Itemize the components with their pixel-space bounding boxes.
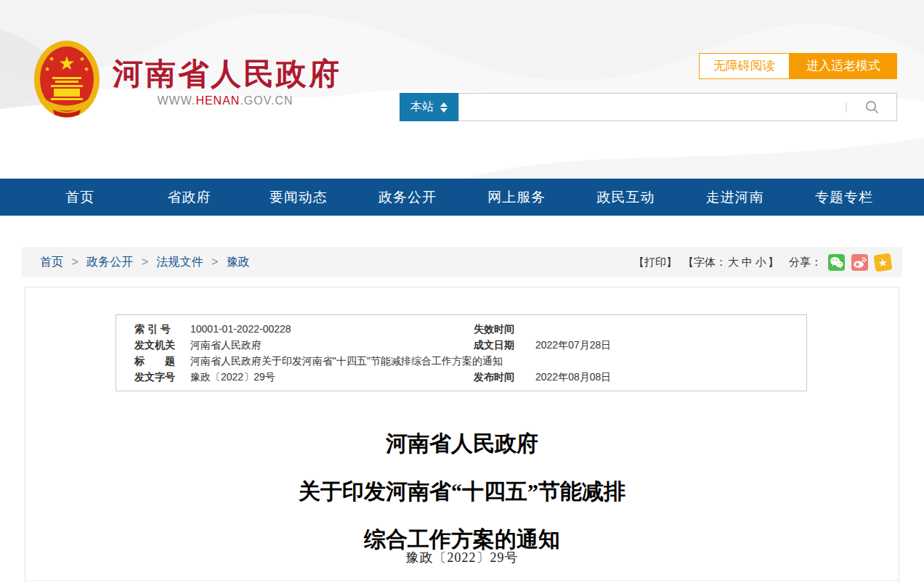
site-url-domain: HENAN <box>195 94 240 107</box>
search-scope-label: 本站 <box>410 99 434 115</box>
breadcrumb-yuzheng[interactable]: 豫政 <box>227 256 250 268</box>
nav-item-provincial-government[interactable]: 省政府 <box>134 179 243 216</box>
search-input[interactable] <box>458 93 897 121</box>
main-navigation: 首页 省政府 要闻动态 政务公开 网上服务 政民互动 走进河南 专题专栏 <box>0 179 924 216</box>
breadcrumb: 首页 > 政务公开 > 法规文件 > 豫政 <box>22 255 250 270</box>
font-size-group: 【字体：大中小】 <box>683 256 779 269</box>
page-tools: 【打印】 【字体：大中小】 分享： ★ <box>633 254 902 271</box>
site-logo[interactable]: ★ ★ ★ ★ ★ 河南省人民政府 WWW.HENAN.GOV.CN <box>33 38 338 125</box>
page-header: ★ ★ ★ ★ ★ 河南省人民政府 WWW.HENAN.GOV.CN 无障碍阅读… <box>0 0 924 179</box>
site-title: 河南省人民政府 <box>113 54 341 94</box>
search-icon[interactable] <box>864 99 880 115</box>
svg-text:★: ★ <box>58 52 75 74</box>
svg-text:★: ★ <box>44 65 50 73</box>
breadcrumb-separator: > <box>142 256 148 268</box>
favorite-star-icon[interactable]: ★ <box>874 253 893 272</box>
svg-text:★: ★ <box>49 55 54 62</box>
meta-value-issuing-agency: 河南省人民政府 <box>190 337 474 353</box>
font-size-prefix: 【字体： <box>683 256 726 268</box>
article-title: 河南省人民政府 关于印发河南省“十四五”节能减排 综合工作方案的通知 <box>25 420 899 563</box>
breadcrumb-separator: > <box>211 256 218 268</box>
nav-item-about-henan[interactable]: 走进河南 <box>681 179 790 216</box>
meta-row: 标 题 河南省人民政府关于印发河南省"十四五"节能减排综合工作方案的通知 <box>116 353 806 369</box>
main-navigation-inner: 首页 省政府 要闻动态 政务公开 网上服务 政民互动 走进河南 专题专栏 <box>25 179 899 216</box>
elder-mode-button[interactable]: 进入适老模式 <box>790 53 897 79</box>
search-divider: | <box>845 100 848 113</box>
meta-row: 发文机关 河南省人民政府 成文日期 2022年07月28日 <box>116 337 806 353</box>
site-url: WWW.HENAN.GOV.CN <box>113 94 338 107</box>
meta-value-document-number: 豫政〔2022〕29号 <box>190 369 474 385</box>
weibo-share-icon[interactable] <box>851 254 868 271</box>
national-emblem-icon: ★ ★ ★ ★ ★ <box>33 39 101 119</box>
meta-row: 索 引 号 10001-01-2022-00228 失效时间 <box>116 321 806 337</box>
nav-item-public-interaction[interactable]: 政民互动 <box>571 179 680 216</box>
print-button[interactable]: 【打印】 <box>633 256 677 269</box>
article-title-line1: 河南省人民政府 <box>25 420 899 468</box>
meta-value-expiry-time <box>535 321 806 337</box>
meta-label-index-number: 索 引 号 <box>134 321 190 337</box>
site-url-www: WWW. <box>158 94 196 107</box>
breadcrumb-home[interactable]: 首页 <box>40 256 63 268</box>
meta-value-publish-time: 2022年08月08日 <box>535 369 806 385</box>
svg-text:★: ★ <box>79 55 85 62</box>
nav-item-special-topics[interactable]: 专题专栏 <box>790 179 899 216</box>
content-divider <box>25 580 899 581</box>
article-title-line2: 关于印发河南省“十四五”节能减排 <box>25 468 899 515</box>
article-container: 索 引 号 10001-01-2022-00228 失效时间 发文机关 河南省人… <box>25 287 899 583</box>
meta-label-publish-time: 发布时间 <box>474 369 535 385</box>
search-box: | <box>458 93 897 121</box>
svg-text:★: ★ <box>84 65 89 73</box>
font-size-suffix: 】 <box>768 256 779 268</box>
article-document-number: 豫政〔2022〕29号 <box>25 549 899 566</box>
weibo-icon <box>853 256 867 269</box>
meta-label-written-date: 成文日期 <box>474 337 535 353</box>
meta-value-written-date: 2022年07月28日 <box>535 337 806 353</box>
wechat-share-icon[interactable] <box>828 254 845 271</box>
breadcrumb-bar: 首页 > 政务公开 > 法规文件 > 豫政 【打印】 【字体：大中小】 分享： <box>22 247 902 277</box>
meta-value-index-number: 10001-01-2022-00228 <box>190 321 474 337</box>
font-size-medium-button[interactable]: 中 <box>742 256 753 268</box>
document-meta-table: 索 引 号 10001-01-2022-00228 失效时间 发文机关 河南省人… <box>115 314 807 391</box>
meta-value-title: 河南省人民政府关于印发河南省"十四五"节能减排综合工作方案的通知 <box>190 353 806 369</box>
wechat-icon <box>830 256 843 269</box>
dropdown-arrows-icon <box>440 102 447 113</box>
meta-label-issuing-agency: 发文机关 <box>134 337 190 353</box>
nav-item-online-services[interactable]: 网上服务 <box>462 179 571 216</box>
meta-row: 发文字号 豫政〔2022〕29号 发布时间 2022年08月08日 <box>116 369 806 385</box>
header-mode-buttons: 无障碍阅读 进入适老模式 <box>699 53 897 79</box>
nav-item-home[interactable]: 首页 <box>25 179 134 216</box>
breadcrumb-separator: > <box>71 256 78 268</box>
breadcrumb-regulations[interactable]: 法规文件 <box>157 256 203 268</box>
font-size-small-button[interactable]: 小 <box>755 256 766 268</box>
meta-label-title: 标 题 <box>134 353 190 369</box>
search-scope-dropdown[interactable]: 本站 <box>400 93 458 121</box>
font-size-large-button[interactable]: 大 <box>728 256 739 268</box>
site-search: 本站 | <box>400 93 897 121</box>
breadcrumb-government-affairs[interactable]: 政务公开 <box>86 256 133 268</box>
meta-label-document-number: 发文字号 <box>134 369 190 385</box>
accessibility-reading-button[interactable]: 无障碍阅读 <box>699 53 790 79</box>
nav-item-news[interactable]: 要闻动态 <box>244 179 353 216</box>
share-label: 分享： <box>789 256 822 269</box>
site-url-suffix: .GOV.CN <box>240 94 293 107</box>
meta-label-expiry-time: 失效时间 <box>474 321 535 337</box>
nav-item-government-affairs[interactable]: 政务公开 <box>353 179 462 216</box>
